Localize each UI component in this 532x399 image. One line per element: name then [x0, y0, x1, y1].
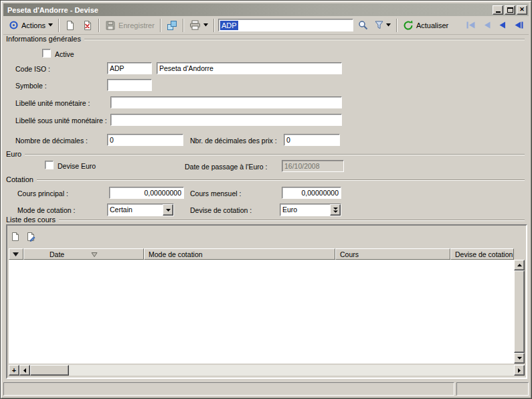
sort-icon[interactable] [91, 252, 98, 258]
cours-toolbar [9, 230, 37, 243]
new-button[interactable] [62, 17, 79, 33]
form-area: Informations générales Active Code ISO :… [3, 35, 529, 381]
vertical-scrollbar[interactable] [514, 260, 525, 364]
first-record-icon [466, 21, 475, 29]
print-button[interactable] [186, 17, 211, 33]
search-button[interactable] [355, 17, 371, 33]
scroll-up-button[interactable] [514, 260, 525, 270]
refresh-button[interactable]: Actualiser [400, 17, 452, 33]
section-title-cotation: Cotation [6, 175, 33, 183]
first-record-button[interactable] [462, 18, 478, 33]
refresh-label: Actualiser [416, 21, 448, 29]
scroll-down-button[interactable] [514, 353, 525, 364]
toolbar-separator [98, 19, 100, 32]
code-iso-label: Code ISO : [15, 65, 50, 73]
toolbar-separator [396, 19, 397, 32]
mode-cotation-value: Certain [108, 204, 163, 216]
horizontal-scroll-thumb[interactable] [30, 365, 69, 376]
selector-arrow-icon [13, 252, 19, 256]
column-header-date[interactable]: Date [23, 248, 144, 260]
previous-record-icon [483, 21, 491, 29]
search-input[interactable]: ADP [218, 19, 353, 31]
next-record-icon [499, 21, 507, 29]
search-value: ADP [220, 21, 238, 30]
last-record-icon [515, 21, 523, 29]
libelle-unite-input[interactable] [110, 96, 342, 108]
libelle-sous-unite-input[interactable] [110, 114, 342, 126]
symbole-input[interactable] [107, 79, 152, 91]
scroll-right-button[interactable] [514, 365, 525, 376]
last-record-button[interactable] [511, 18, 527, 33]
date-passage-label: Date de passage à l'Euro : [185, 163, 267, 171]
section-cotation: Cotation [6, 175, 525, 183]
maximize-button[interactable] [505, 5, 515, 15]
horizontal-scroll-track[interactable] [69, 365, 514, 376]
column-header-cours[interactable]: Cours [335, 248, 450, 260]
mode-cotation-select[interactable]: Certain [107, 204, 174, 216]
section-divider [37, 179, 525, 181]
vertical-scroll-thumb[interactable] [514, 270, 525, 353]
add-row-button[interactable]: + [9, 365, 19, 376]
section-informations-generales: Informations générales [6, 35, 525, 43]
mode-cotation-dropdown-icon[interactable] [163, 204, 173, 216]
actions-label: Actions [21, 21, 46, 29]
add-cours-button[interactable] [9, 230, 22, 243]
arrow-down-icon [517, 357, 522, 360]
column-label-cours: Cours [340, 250, 359, 258]
devise-cotation-value: Euro [280, 204, 330, 216]
cours-principal-label: Cours principal : [17, 189, 68, 197]
devise-cotation-select[interactable]: Euro [280, 204, 341, 216]
symbole-label: Symbole : [15, 82, 47, 90]
cours-principal-input[interactable] [109, 187, 184, 199]
status-panel-main [3, 382, 454, 396]
filter-button[interactable] [371, 17, 394, 33]
next-record-button[interactable] [495, 18, 511, 33]
section-divider [59, 220, 525, 221]
section-euro: Euro [6, 150, 525, 158]
refresh-icon [403, 20, 414, 31]
column-label-devise-de-cotation: Devise de cotation [455, 250, 513, 258]
layers-icon [167, 20, 177, 31]
section-title-informations-generales: Informations générales [6, 35, 81, 43]
active-label: Active [55, 50, 74, 58]
column-header-devise-de-cotation[interactable]: Devise de cotation [450, 248, 514, 260]
row-selector-header[interactable] [9, 248, 23, 260]
duplicate-button[interactable] [163, 17, 181, 33]
devise-euro-checkbox[interactable] [45, 161, 54, 169]
actions-icon [9, 20, 19, 30]
previous-record-button[interactable] [478, 18, 495, 33]
nb-decimales-prix-input[interactable] [284, 134, 340, 146]
close-button[interactable]: ✕ [517, 5, 527, 15]
scroll-left-button[interactable] [19, 365, 30, 376]
currency-name-input[interactable] [157, 62, 342, 74]
devise-cotation-dropdown-icon[interactable] [330, 204, 341, 216]
cours-mensuel-input[interactable] [282, 187, 341, 199]
grid-header-row: Date Mode de cotation Cours Devise de co… [9, 248, 514, 260]
delete-icon [82, 20, 93, 31]
actions-button[interactable]: Actions [5, 17, 56, 33]
toolbar-separator [183, 19, 184, 32]
column-header-mode-de-cotation[interactable]: Mode de cotation [144, 248, 335, 260]
edit-document-icon [26, 232, 36, 242]
edit-cours-button[interactable] [24, 230, 37, 243]
titlebar: Peseta d'Andorre - Devise ✕ [3, 3, 529, 16]
toolbar-separator [213, 19, 215, 32]
code-iso-input[interactable] [107, 62, 152, 74]
minimize-icon [496, 11, 501, 13]
liste-des-cours-panel: Date Mode de cotation Cours Devise de co… [6, 224, 527, 379]
magnifier-icon [358, 20, 368, 30]
save-button[interactable]: Enregistrer [102, 17, 158, 33]
horizontal-scrollbar: + [9, 365, 525, 376]
delete-button[interactable] [79, 17, 96, 33]
print-chevron-down-icon [203, 23, 208, 27]
active-checkbox[interactable] [42, 49, 51, 58]
minimize-button[interactable] [493, 5, 503, 15]
toolbar-separator [160, 19, 161, 32]
new-document-icon [65, 20, 76, 31]
maximize-icon [507, 7, 513, 13]
toolbar-separator [58, 19, 60, 32]
section-liste-des-cours: Liste des cours [6, 216, 525, 224]
grid-body-empty[interactable] [9, 260, 514, 364]
nb-decimales-input[interactable] [107, 134, 183, 146]
new-document-icon [11, 232, 21, 242]
